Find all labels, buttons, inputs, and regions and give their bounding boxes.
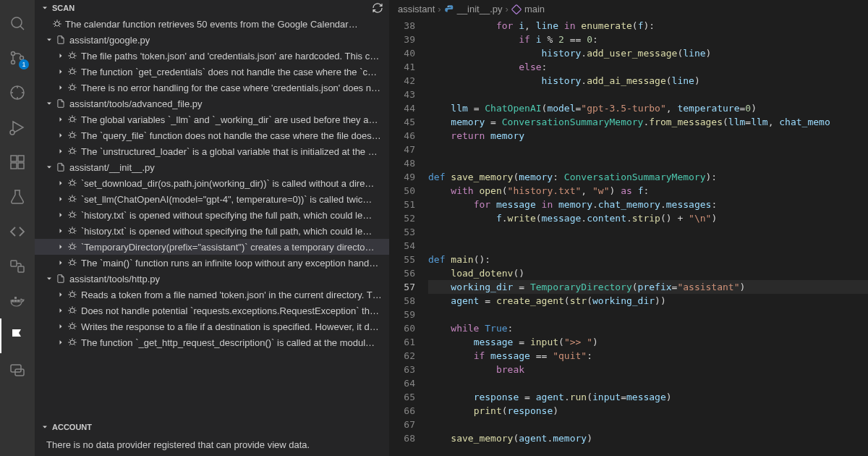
breadcrumbs[interactable]: assistant › __init__.py › main (389, 0, 868, 19)
code-line[interactable]: response = agent.run(input=message) (428, 390, 868, 404)
scan-issue-label: Reads a token from a file named 'token.j… (81, 290, 382, 300)
scan-issue-row[interactable]: The function `_get_http_request_descript… (35, 334, 389, 350)
code-line[interactable]: message = input(">> ") (428, 335, 868, 349)
code-line[interactable]: if i % 2 == 0: (428, 33, 868, 46)
scan-issue-row[interactable]: `set_llm(ChatOpenAI(model="gpt-4", tempe… (35, 191, 389, 207)
breadcrumb-symbol[interactable]: main (524, 4, 545, 14)
code-line[interactable]: for i, line in enumerate(f): (428, 19, 868, 33)
svg-line-56 (74, 117, 75, 118)
scan-issue-row[interactable]: There is no error handling for the case … (35, 80, 389, 96)
code-line[interactable]: llm = ChatOpenAI(model="gpt-3.5-turbo", … (428, 101, 868, 115)
scan-issue-label: Does not handle potential `requests.exce… (81, 305, 379, 316)
svg-point-2 (12, 52, 15, 56)
svg-line-31 (69, 53, 71, 54)
scan-issue-row[interactable]: The function `get_credentials` does not … (35, 64, 389, 80)
scan-file-row[interactable]: assistant/tools/http.py (35, 271, 389, 287)
code-line[interactable]: history.add_user_message(line) (428, 46, 868, 60)
scan-issue-row[interactable]: `set_download_dir(os.path.join(working_d… (35, 175, 389, 191)
code-line[interactable] (428, 225, 868, 239)
code-line[interactable]: break (428, 363, 868, 376)
code-line[interactable] (428, 376, 868, 390)
scan-issue-row[interactable]: The `unstructured_loader` is a global va… (35, 143, 389, 159)
bug-icon (67, 337, 78, 347)
code-line[interactable]: else: (428, 60, 868, 74)
code-line[interactable]: agent = create_agent(str(working_dir)) (428, 294, 868, 308)
scan-file-row[interactable]: assistant/tools/advanced_file.py (35, 96, 389, 111)
chevron-right-icon (55, 67, 67, 76)
target-icon[interactable] (0, 75, 35, 110)
scan-issue-row[interactable]: `history.txt` is opened without specifyi… (35, 207, 389, 223)
source-control-icon[interactable]: 1 (0, 41, 35, 75)
code-line[interactable]: load_dotenv() (428, 266, 868, 280)
run-debug-icon[interactable] (0, 110, 35, 145)
scan-issue-row[interactable]: Reads a token from a file named 'token.j… (35, 287, 389, 303)
code-line[interactable]: return memory (428, 129, 868, 143)
code-area[interactable]: 3839404142434445464748495051525354555657… (389, 19, 868, 456)
scan-file-name: assistant/__init__.py (69, 162, 155, 173)
code-line[interactable] (428, 418, 868, 431)
code-lines[interactable]: for i, line in enumerate(f): if i % 2 ==… (428, 19, 868, 456)
svg-line-27 (54, 25, 56, 27)
code-line[interactable]: print(response) (428, 404, 868, 418)
scan-issue-row[interactable]: `TemporaryDirectory(prefix="assistant")`… (35, 239, 389, 255)
svg-point-93 (70, 213, 75, 217)
refresh-icon[interactable] (372, 2, 383, 14)
svg-point-77 (70, 181, 75, 185)
scan-issue-row[interactable]: Writes the response to a file if a desti… (35, 318, 389, 334)
code-line[interactable]: def save_memory(memory: ConversationSumm… (428, 170, 868, 184)
svg-line-91 (69, 200, 71, 202)
breadcrumb-file[interactable]: __init__.py (457, 4, 503, 14)
scan-issue-row[interactable]: `history.txt` is opened without specifyi… (35, 223, 389, 239)
code-line[interactable] (428, 156, 868, 170)
svg-line-151 (69, 339, 71, 341)
scan-file-row[interactable]: assistant/google.py (35, 32, 389, 48)
svg-line-148 (74, 328, 75, 329)
code-line[interactable]: history.add_ai_message(line) (428, 74, 868, 88)
code-line[interactable]: def main(): (428, 253, 868, 266)
chat-icon[interactable] (0, 353, 35, 388)
scan-title: SCAN (52, 4, 75, 12)
svg-rect-8 (11, 156, 17, 161)
tags-icon[interactable] (0, 214, 35, 249)
scan-issue-label: The file paths 'token.json' and 'credent… (81, 51, 379, 62)
account-section-header[interactable]: ACCOUNT (35, 421, 389, 434)
scan-item-truncated[interactable]: The calendar function retrieves 50 event… (35, 16, 389, 32)
search-icon[interactable] (0, 6, 35, 41)
code-line[interactable] (428, 308, 868, 321)
code-line[interactable]: while True: (428, 321, 868, 335)
scan-issue-row[interactable]: The `main()` function runs an infinite l… (35, 255, 389, 271)
svg-line-23 (54, 21, 56, 22)
bug-icon (67, 290, 78, 300)
scan-issue-row[interactable]: The file paths 'token.json' and 'credent… (35, 48, 389, 64)
scan-issue-row[interactable]: The `query_file` function does not handl… (35, 127, 389, 143)
chevron-down-icon (43, 274, 55, 283)
code-line[interactable]: memory = ConversationSummaryMemory.from_… (428, 115, 868, 129)
flag-icon[interactable] (0, 318, 35, 353)
svg-rect-19 (11, 365, 21, 372)
svg-line-155 (69, 344, 71, 345)
scan-section-header[interactable]: SCAN (35, 0, 389, 16)
code-line[interactable]: working_dir = TemporaryDirectory(prefix=… (428, 280, 868, 294)
scan-issue-row[interactable]: The global variables `_llm` and `_workin… (35, 111, 389, 127)
code-line[interactable] (428, 239, 868, 253)
chevron-right-icon (55, 83, 67, 92)
docker-icon[interactable] (0, 284, 35, 318)
code-line[interactable]: save_memory(agent.memory) (428, 431, 868, 445)
code-line[interactable] (428, 143, 868, 156)
code-line[interactable] (428, 88, 868, 101)
code-line[interactable]: if message == "quit": (428, 349, 868, 363)
breadcrumb-root[interactable]: assistant (398, 4, 435, 14)
code-line[interactable]: f.write(message.content.strip() + "\n") (428, 211, 868, 225)
svg-line-132 (74, 296, 75, 297)
scan-issue-row[interactable]: Does not handle potential `requests.exce… (35, 303, 389, 318)
svg-line-119 (69, 260, 71, 261)
scan-file-row[interactable]: assistant/__init__.py (35, 159, 389, 175)
svg-line-36 (74, 57, 75, 59)
svg-point-85 (70, 197, 75, 201)
test-icon[interactable] (0, 180, 35, 214)
scan-tree: The calendar function retrieves 50 event… (35, 16, 389, 421)
code-line[interactable]: for message in memory.chat_memory.messag… (428, 198, 868, 211)
remote-icon[interactable] (0, 249, 35, 284)
code-line[interactable]: with open("history.txt", "w") as f: (428, 184, 868, 198)
extensions-icon[interactable] (0, 145, 35, 180)
